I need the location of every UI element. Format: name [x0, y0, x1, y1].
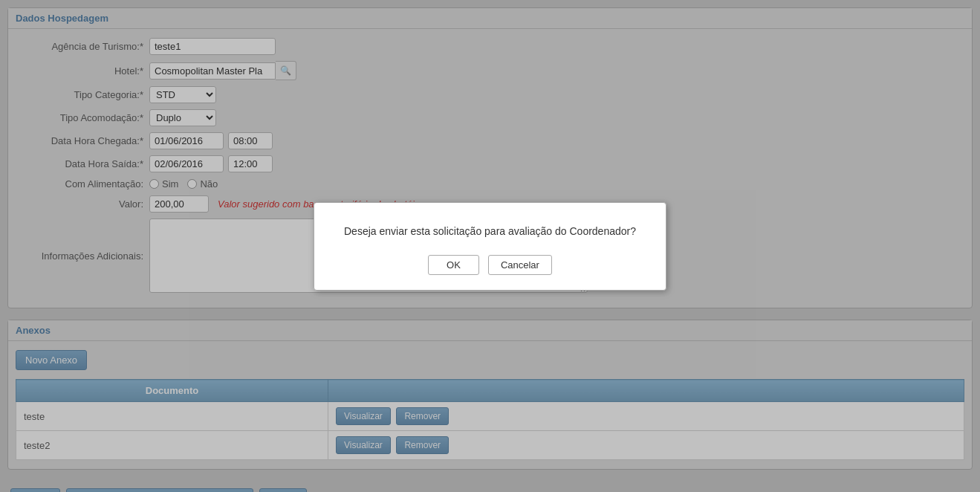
- modal-ok-label: OK: [447, 259, 461, 271]
- modal-message: Deseja enviar esta solicitação para aval…: [344, 225, 636, 237]
- modal-buttons: OK Cancelar: [344, 255, 636, 275]
- modal-overlay: Deseja enviar esta solicitação para aval…: [0, 0, 980, 492]
- modal-cancel-label: Cancelar: [501, 259, 539, 271]
- modal-cancel-button[interactable]: Cancelar: [488, 255, 552, 275]
- modal-dialog: Deseja enviar esta solicitação para aval…: [314, 202, 666, 291]
- modal-ok-button[interactable]: OK: [428, 255, 479, 275]
